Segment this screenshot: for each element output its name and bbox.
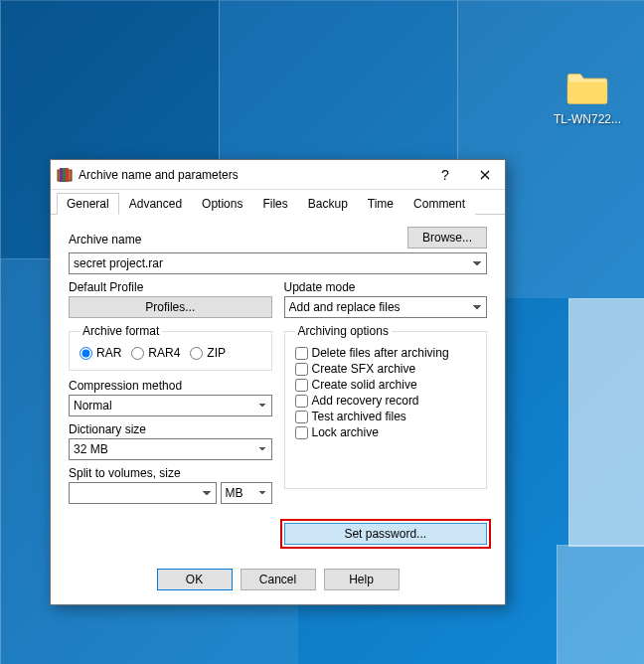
opt-delete-files[interactable]: Delete files after archiving	[295, 346, 477, 360]
browse-button[interactable]: Browse...	[407, 227, 487, 249]
compression-label: Compression method	[69, 379, 272, 393]
opt-lock-archive[interactable]: Lock archive	[295, 425, 477, 439]
archiving-options-group: Archiving options Delete files after arc…	[284, 324, 488, 489]
opt-test-archived[interactable]: Test archived files	[295, 410, 477, 423]
svg-rect-2	[63, 168, 66, 182]
desktop-folder[interactable]: TL-WN722...	[549, 70, 626, 126]
winrar-icon	[57, 167, 73, 183]
archive-format-legend: Archive format	[80, 324, 162, 338]
compression-select[interactable]: Normal	[69, 395, 272, 416]
default-profile-label: Default Profile	[69, 280, 272, 294]
help-button-footer[interactable]: Help	[324, 569, 400, 590]
split-label: Split to volumes, size	[69, 466, 272, 480]
opt-recovery-record[interactable]: Add recovery record	[295, 394, 477, 408]
archive-format-group: Archive format RAR RAR4 ZIP	[69, 324, 272, 371]
format-rar4[interactable]: RAR4	[131, 346, 180, 360]
folder-icon	[565, 70, 609, 105]
ok-button[interactable]: OK	[157, 569, 233, 590]
cancel-button[interactable]: Cancel	[241, 569, 316, 590]
tab-advanced[interactable]: Advanced	[119, 193, 192, 215]
profiles-button[interactable]: Profiles...	[69, 296, 272, 318]
update-mode-select[interactable]: Add and replace files	[284, 296, 488, 318]
tab-options[interactable]: Options	[192, 193, 252, 215]
opt-create-solid[interactable]: Create solid archive	[295, 378, 477, 392]
tab-bar: General Advanced Options Files Backup Ti…	[51, 190, 505, 215]
tab-general[interactable]: General	[57, 193, 119, 215]
dialog-title: Archive name and parameters	[79, 168, 425, 182]
close-icon	[480, 170, 490, 180]
split-unit-select[interactable]: MB	[221, 482, 272, 504]
titlebar[interactable]: Archive name and parameters ?	[51, 160, 505, 190]
update-mode-label: Update mode	[284, 280, 488, 294]
svg-rect-3	[66, 168, 69, 182]
format-rar[interactable]: RAR	[80, 346, 121, 360]
archive-name-label: Archive name	[69, 233, 398, 247]
archive-name-input[interactable]: secret project.rar	[69, 252, 487, 274]
opt-create-sfx[interactable]: Create SFX archive	[295, 362, 477, 376]
tab-comment[interactable]: Comment	[403, 193, 475, 215]
help-button[interactable]: ?	[425, 160, 465, 190]
dictionary-select[interactable]: 32 MB	[69, 438, 272, 460]
dialog-footer: OK Cancel Help	[51, 559, 505, 604]
tab-backup[interactable]: Backup	[298, 193, 358, 215]
dictionary-label: Dictionary size	[69, 422, 272, 436]
archiving-options-legend: Archiving options	[295, 324, 392, 338]
archive-dialog: Archive name and parameters ? General Ad…	[50, 159, 506, 605]
format-zip[interactable]: ZIP	[190, 346, 226, 360]
tab-time[interactable]: Time	[358, 193, 403, 215]
split-size-input[interactable]	[69, 482, 217, 504]
tab-body-general: Archive name Browse... secret project.ra…	[51, 215, 505, 559]
set-password-button[interactable]: Set password...	[284, 523, 488, 545]
tab-files[interactable]: Files	[252, 193, 297, 215]
desktop-folder-label: TL-WN722...	[549, 112, 626, 126]
close-button[interactable]	[465, 160, 505, 190]
svg-rect-1	[60, 168, 63, 182]
